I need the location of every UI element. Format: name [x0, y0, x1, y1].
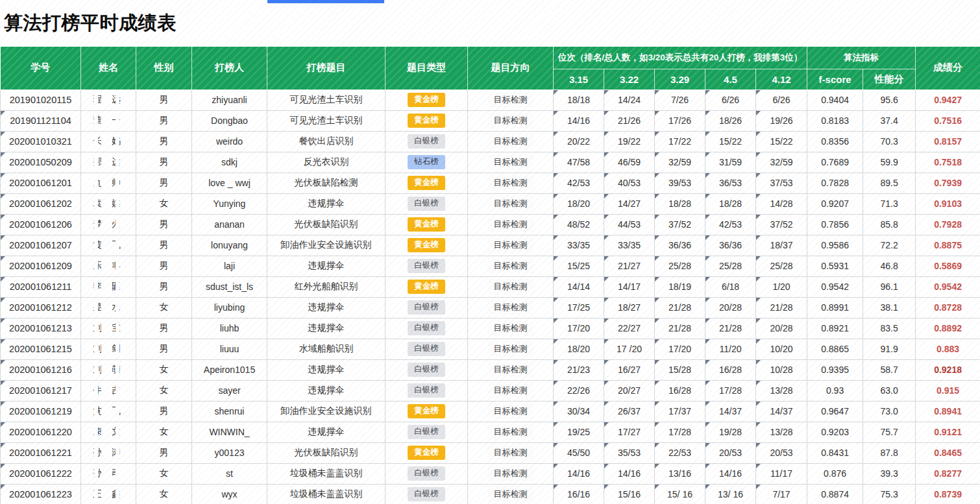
cell-rank[interactable]: 15/22	[705, 131, 756, 152]
cell-rank[interactable]: 20/28	[756, 318, 807, 339]
cell-rank[interactable]: 19/26	[756, 110, 807, 131]
cell-student-id[interactable]: 202001061223	[1, 484, 81, 504]
cell-perf[interactable]: 87.8	[863, 442, 916, 463]
cell-fscore[interactable]: 0.8183	[807, 110, 863, 131]
cell-topic[interactable]: 违规撑伞	[267, 297, 386, 318]
cell-rank[interactable]: 20/28	[705, 297, 756, 318]
cell-fscore[interactable]: 0.8431	[807, 442, 863, 463]
cell-topic-type[interactable]: 黄金榜	[386, 90, 468, 110]
cell-student-id[interactable]: 202001061206	[1, 214, 81, 235]
cell-rank[interactable]: 14/17	[604, 276, 655, 297]
cell-gender[interactable]: 女	[136, 193, 192, 214]
cell-rank[interactable]: 18/27	[604, 297, 655, 318]
cell-topic-type[interactable]: 白银榜	[386, 422, 468, 442]
cell-direction[interactable]: 目标检测	[468, 256, 554, 276]
cell-topic-type[interactable]: 黄金榜	[386, 173, 468, 193]
cell-score[interactable]: 0.5869	[916, 256, 980, 276]
cell-direction[interactable]: 目标检测	[468, 380, 554, 401]
cell-gender[interactable]: 男	[136, 235, 192, 256]
cell-rank[interactable]: 1/20	[756, 276, 807, 297]
cell-rank[interactable]: 18/37	[756, 235, 807, 256]
cell-direction[interactable]: 目标检测	[468, 442, 554, 463]
cell-gender[interactable]: 男	[136, 173, 192, 193]
cell-ranker[interactable]: love _ wwj	[192, 173, 267, 193]
cell-gender[interactable]: 男	[136, 401, 192, 422]
cell-topic-type[interactable]: 黄金榜	[386, 442, 468, 463]
cell-student-id[interactable]: 202001061219	[1, 401, 81, 422]
cell-rank[interactable]: 6/26	[705, 90, 756, 110]
cell-topic[interactable]: 违规撑伞	[267, 359, 386, 380]
cell-direction[interactable]: 目标检测	[468, 90, 554, 110]
cell-rank[interactable]: 42/53	[554, 173, 604, 193]
cell-direction[interactable]: 目标检测	[468, 193, 554, 214]
col-topic[interactable]: 打榜题目	[267, 47, 386, 90]
cell-rank[interactable]: 45/50	[554, 442, 604, 463]
cell-topic[interactable]: 违规撑伞	[267, 256, 386, 276]
cell-ranker[interactable]: liyubing	[192, 297, 267, 318]
cell-fscore[interactable]: 0.8865	[807, 339, 863, 359]
cell-rank[interactable]: 10/28	[756, 359, 807, 380]
cell-gender[interactable]: 男	[136, 442, 192, 463]
cell-rank[interactable]: 14/37	[756, 401, 807, 422]
col-perf[interactable]: 性能分	[863, 69, 916, 90]
cell-rank[interactable]: 16/28	[705, 359, 756, 380]
cell-rank[interactable]: 21/28	[655, 318, 705, 339]
cell-ranker[interactable]: Apeiron1015	[192, 359, 267, 380]
cell-rank[interactable]: 40/53	[604, 173, 655, 193]
cell-topic-type[interactable]: 白银榜	[386, 359, 468, 380]
cell-rank[interactable]: 14/16	[554, 110, 604, 131]
cell-direction[interactable]: 目标检测	[468, 110, 554, 131]
cell-fscore[interactable]: 0.9404	[807, 90, 863, 110]
col-fscore[interactable]: f-score	[807, 69, 863, 90]
cell-rank[interactable]: 25/28	[705, 256, 756, 276]
cell-perf[interactable]: 89.5	[863, 173, 916, 193]
cell-direction[interactable]: 目标检测	[468, 276, 554, 297]
col-group-rank[interactable]: 位次（排名/总人数，如3/20表示总共有20人打榜，我排第3位）	[554, 47, 807, 69]
cell-perf[interactable]: 75.3	[863, 484, 916, 504]
cell-student-id[interactable]: 202001061209	[1, 256, 81, 276]
cell-rank[interactable]: 7/17	[756, 484, 807, 504]
cell-rank[interactable]: 14/24	[604, 90, 655, 110]
cell-topic-type[interactable]: 白银榜	[386, 318, 468, 339]
cell-rank[interactable]: 21/27	[604, 256, 655, 276]
cell-topic[interactable]: 违规撑伞	[267, 380, 386, 401]
cell-rank[interactable]: 17/20	[655, 339, 705, 359]
cell-rank[interactable]: 13/28	[756, 380, 807, 401]
cell-ranker[interactable]: liuhb	[192, 318, 267, 339]
cell-topic[interactable]: 违规撑伞	[267, 193, 386, 214]
cell-fscore[interactable]: 0.7856	[807, 214, 863, 235]
cell-rank[interactable]: 32/59	[756, 152, 807, 173]
cell-topic[interactable]: 反光衣识别	[267, 152, 386, 173]
cell-topic[interactable]: 卸油作业安全设施识别	[267, 235, 386, 256]
cell-fscore[interactable]: 0.8991	[807, 297, 863, 318]
cell-topic-type[interactable]: 黄金榜	[386, 401, 468, 422]
cell-student-id[interactable]: 202001061201	[1, 173, 81, 193]
cell-rank[interactable]: 46/59	[604, 152, 655, 173]
col-topic-type[interactable]: 题目类型	[386, 47, 468, 90]
cell-student-id[interactable]: 201901020115	[1, 90, 81, 110]
cell-topic[interactable]: 可见光渣土车识别	[267, 110, 386, 131]
col-rank-date-1[interactable]: 3.15	[554, 69, 604, 90]
cell-topic[interactable]: 垃圾桶未盖盖识别	[267, 463, 386, 484]
cell-topic-type[interactable]: 白银榜	[386, 193, 468, 214]
cell-perf[interactable]: 96.1	[863, 276, 916, 297]
cell-rank[interactable]: 18/28	[655, 193, 705, 214]
cell-student-id[interactable]: 202001061207	[1, 235, 81, 256]
cell-topic[interactable]: 红外光船舶识别	[267, 276, 386, 297]
cell-rank[interactable]: 42/53	[705, 214, 756, 235]
cell-rank[interactable]: 32/59	[655, 152, 705, 173]
cell-gender[interactable]: 男	[136, 131, 192, 152]
cell-fscore[interactable]: 0.876	[807, 463, 863, 484]
cell-ranker[interactable]: ananan	[192, 214, 267, 235]
cell-gender[interactable]: 女	[136, 297, 192, 318]
cell-rank[interactable]: 18/26	[705, 110, 756, 131]
cell-rank[interactable]: 31/59	[705, 152, 756, 173]
cell-ranker[interactable]: Dongbao	[192, 110, 267, 131]
cell-perf[interactable]: 39.3	[863, 463, 916, 484]
cell-rank[interactable]: 21/28	[655, 297, 705, 318]
cell-rank[interactable]: 22/26	[554, 380, 604, 401]
cell-rank[interactable]: 33/35	[554, 235, 604, 256]
cell-rank[interactable]: 15/28	[655, 359, 705, 380]
cell-topic[interactable]: 餐饮出店识别	[267, 131, 386, 152]
cell-perf[interactable]: 58.7	[863, 359, 916, 380]
